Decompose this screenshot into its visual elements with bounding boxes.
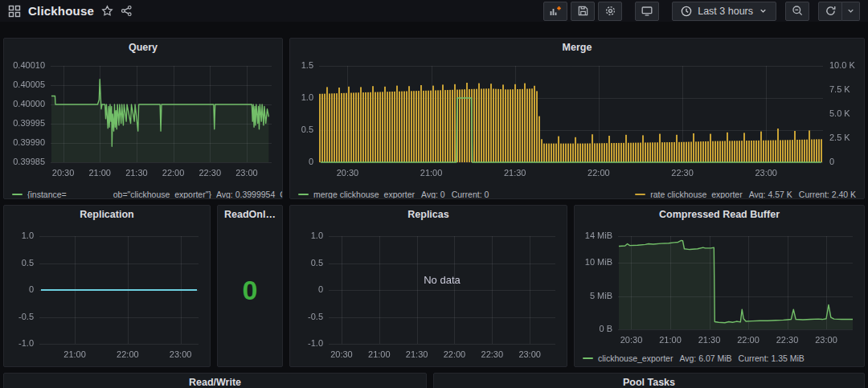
panel-merge: Merge merge clickhouse_exporter Avg: 0 C…: [289, 38, 865, 199]
compressed-chart-canvas[interactable]: [581, 225, 859, 352]
legend-current: Current: 2.40 K: [799, 190, 856, 199]
zoom-out-icon: [792, 5, 804, 17]
legend-avg: Avg: 4.57 K: [749, 190, 792, 199]
tv-icon: [641, 5, 653, 17]
add-panel-button[interactable]: [543, 2, 567, 21]
gear-icon: [604, 5, 616, 17]
star-icon[interactable]: [101, 5, 113, 17]
readonly-stat-value: 0: [218, 223, 282, 357]
legend-label-right: ob="clickhouse_exporter"}: [113, 190, 211, 199]
series-swatch: [12, 194, 23, 195]
time-range-label: Last 3 hours: [698, 6, 753, 17]
time-range-picker[interactable]: Last 3 hours: [672, 2, 776, 21]
panel-title[interactable]: Query: [4, 39, 282, 56]
chevron-down-icon: [759, 6, 768, 15]
compressed-legend[interactable]: clickhouse_exporter Avg: 6.07 MiB Curren…: [575, 352, 864, 364]
panel-readonly: ReadOnl… 0: [217, 205, 283, 367]
panel-read-write: Read/Write: [3, 373, 427, 388]
zoom-out-button[interactable]: [785, 2, 809, 21]
add-panel-icon: [549, 5, 562, 18]
panel-compressed-read-buffer: Compressed Read Buffer clickhouse_export…: [574, 205, 865, 367]
merge-legend[interactable]: merge clickhouse_exporter Avg: 0 Current…: [290, 188, 864, 199]
legend-avg: Avg: 0.3999954: [216, 190, 275, 199]
series-swatch: [583, 357, 593, 359]
refresh-interval-dropdown[interactable]: [842, 2, 860, 21]
legend-avg: Avg: 6.07 MiB: [679, 353, 731, 363]
dashboard-title: Clickhouse: [28, 4, 94, 18]
dashboard-settings-button[interactable]: [598, 2, 622, 21]
legend-current: Current: 0: [452, 190, 489, 199]
share-icon[interactable]: [121, 5, 133, 17]
replication-chart-canvas[interactable]: [10, 225, 205, 363]
query-legend[interactable]: {instance= ob="clickhouse_exporter"} Avg…: [4, 188, 282, 199]
save-icon: [577, 5, 589, 17]
dashboard-header: Clickhouse: [0, 0, 868, 22]
legend-label: clickhouse_exporter: [598, 353, 673, 363]
panel-title[interactable]: Read/Write: [4, 374, 426, 388]
legend-current: Current: 1.35 MiB: [739, 353, 805, 363]
panel-query: Query {instance= ob="clickhouse_exporter…: [3, 38, 283, 199]
series-swatch: [298, 194, 309, 195]
panel-title[interactable]: Merge: [290, 39, 864, 56]
panel-title[interactable]: Pool Tasks: [434, 374, 864, 388]
panel-title[interactable]: Replicas: [290, 206, 567, 223]
legend-label: rate clickhouse_exporter: [650, 190, 742, 199]
panel-title[interactable]: Replication: [4, 206, 210, 223]
legend-label: merge clickhouse_exporter: [313, 190, 415, 199]
replicas-chart-canvas[interactable]: [297, 225, 562, 363]
legend-label-left: {instance=: [27, 190, 67, 199]
dashboard-toolbar: Last 3 hours: [543, 2, 860, 21]
refresh-button[interactable]: [818, 2, 842, 21]
query-chart-canvas[interactable]: [10, 58, 277, 188]
series-swatch: [635, 194, 645, 195]
merge-chart-canvas[interactable]: [297, 58, 859, 188]
panel-replicas: Replicas: [289, 205, 567, 367]
chevron-down-icon: [846, 6, 855, 15]
refresh-group: [818, 2, 860, 21]
clock-icon: [681, 6, 692, 17]
refresh-icon: [825, 5, 837, 17]
legend-current: Current: 0.4: [280, 190, 282, 199]
panel-title[interactable]: ReadOnl…: [218, 206, 282, 223]
legend-avg: Avg: 0: [421, 190, 445, 199]
panel-pool-tasks: Pool Tasks: [433, 373, 865, 388]
panel-replication: Replication: [3, 205, 211, 367]
panel-title[interactable]: Compressed Read Buffer: [575, 206, 864, 223]
cycle-view-mode-button[interactable]: [635, 2, 659, 21]
save-dashboard-button[interactable]: [571, 2, 595, 21]
grid-icon[interactable]: [8, 5, 21, 18]
